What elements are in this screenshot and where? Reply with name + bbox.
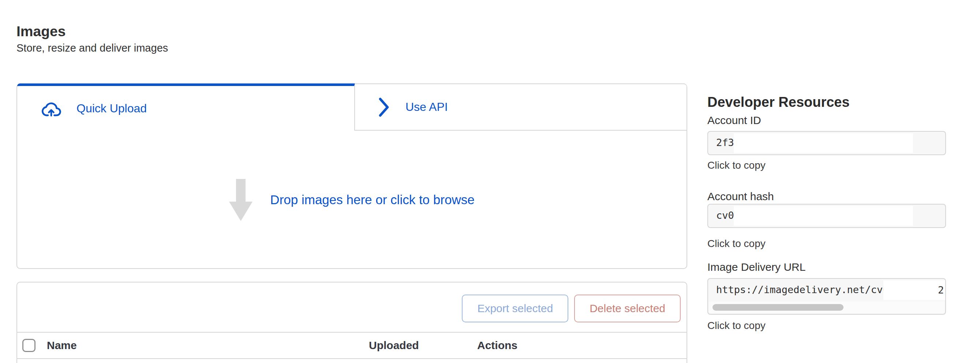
cloud-upload-icon	[41, 100, 62, 117]
account-id-field[interactable]: 2f3d	[707, 131, 946, 155]
image-delivery-url-copy-hint: Click to copy	[707, 320, 765, 331]
images-list-panel: Export selected Delete selected Name Upl…	[16, 282, 687, 363]
tab-quick-upload[interactable]: Quick Upload	[17, 83, 355, 131]
tab-quick-upload-label: Quick Upload	[76, 102, 147, 115]
chevron-right-icon	[379, 97, 389, 118]
redaction-overlay	[734, 133, 913, 153]
page-subtitle: Store, resize and deliver images	[16, 41, 168, 55]
horizontal-scrollbar[interactable]	[709, 301, 945, 313]
column-header-name: Name	[47, 339, 77, 352]
arrow-down-icon	[229, 179, 253, 221]
image-delivery-url-value: https://imagedelivery.net/cv0JSj	[716, 279, 907, 301]
redaction-overlay	[734, 206, 913, 226]
url-tail-fragment: 2	[938, 280, 943, 300]
list-toolbar: Export selected Delete selected	[17, 282, 687, 333]
account-hash-copy-hint: Click to copy	[707, 238, 765, 250]
image-delivery-url-label: Image Delivery URL	[707, 261, 805, 273]
column-header-uploaded: Uploaded	[369, 339, 419, 352]
upload-panel: Quick Upload Use API Drop images here or…	[16, 83, 687, 269]
delete-selected-button[interactable]: Delete selected	[574, 295, 681, 322]
tab-use-api[interactable]: Use API	[355, 83, 687, 131]
developer-resources-sidebar: Developer Resources Account ID 2f3d Clic…	[707, 83, 946, 339]
image-dropzone[interactable]: Drop images here or click to browse	[17, 131, 687, 269]
image-delivery-url-field[interactable]: https://imagedelivery.net/cv0JSj 2	[707, 278, 946, 315]
account-id-copy-hint: Click to copy	[707, 159, 765, 171]
export-selected-button[interactable]: Export selected	[462, 295, 568, 322]
sidebar-title: Developer Resources	[707, 94, 850, 110]
column-header-actions: Actions	[477, 339, 517, 352]
upload-tabs: Quick Upload Use API	[17, 83, 687, 131]
account-hash-label: Account hash	[707, 190, 774, 203]
select-all-checkbox[interactable]	[22, 339, 35, 352]
images-table-header: Name Uploaded Actions	[17, 333, 687, 359]
account-id-label: Account ID	[707, 114, 761, 127]
redaction-overlay	[883, 280, 946, 300]
account-hash-field[interactable]: cv0J	[707, 204, 946, 228]
page-title: Images	[16, 23, 65, 40]
tab-use-api-label: Use API	[406, 100, 448, 114]
scrollbar-thumb[interactable]	[713, 304, 843, 310]
dropzone-text: Drop images here or click to browse	[270, 193, 474, 207]
